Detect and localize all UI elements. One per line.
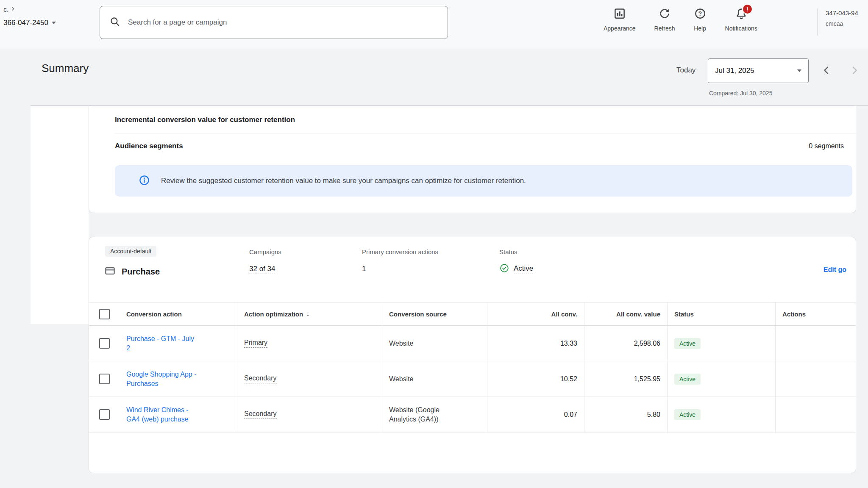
date-picker[interactable]: Jul 31, 2025: [708, 58, 809, 83]
action-optimization-value[interactable]: Secondary: [244, 374, 277, 383]
all-conv-value: 0.07: [487, 397, 584, 433]
user-email: cmcaa: [826, 20, 858, 27]
appearance-icon: [613, 7, 626, 22]
primary-actions-value: 1: [362, 265, 438, 273]
help-label: Help: [694, 25, 706, 32]
customer-retention-card: Incremental conversion value for custome…: [89, 106, 856, 213]
column-header-conversion-action[interactable]: Conversion action: [120, 302, 237, 326]
appearance-button[interactable]: Appearance: [604, 7, 636, 32]
column-header-actions[interactable]: Actions: [776, 302, 856, 326]
status-badge: Active: [674, 374, 701, 385]
sort-descending-icon: ↓: [306, 310, 309, 318]
column-header-all-conv[interactable]: All conv.: [487, 302, 584, 326]
status-badge: Active: [674, 409, 701, 420]
info-banner-text: Review the suggested customer retention …: [161, 177, 526, 185]
account-breadcrumb: c. 366-047-2450: [3, 6, 56, 27]
all-conv-value-amount: 5.80: [584, 397, 668, 433]
table-row: Wind River Chimes - GA4 (web) purchase S…: [89, 397, 856, 433]
account-selector[interactable]: 366-047-2450: [3, 19, 56, 27]
info-banner: Review the suggested customer retention …: [115, 165, 852, 197]
info-icon: [139, 175, 150, 188]
date-value: Jul 31, 2025: [715, 67, 754, 75]
notifications-button[interactable]: ! Notifications: [725, 7, 757, 32]
breadcrumb-label[interactable]: c.: [3, 6, 8, 14]
all-conv-value-amount: 1,525.95: [584, 361, 668, 397]
table-header-row: Conversion action Action optimization↓ C…: [89, 302, 856, 326]
card-divider: [115, 133, 856, 133]
conversion-actions-table: Conversion action Action optimization↓ C…: [89, 302, 856, 433]
goal-name-row: Purchase: [104, 265, 160, 278]
row-actions-cell: [776, 361, 856, 397]
search-icon: [109, 16, 120, 29]
topbar: c. 366-047-2450 Appearance Refresh: [0, 0, 868, 49]
campaigns-summary: Campaigns 32 of 34: [249, 248, 281, 273]
check-circle-icon: [499, 263, 509, 275]
refresh-button[interactable]: Refresh: [654, 7, 675, 32]
next-date-button[interactable]: [849, 64, 860, 78]
edit-goal-link[interactable]: Edit go: [823, 266, 846, 274]
goal-scope-chip: Account-default: [105, 246, 156, 257]
customer-id: 347-043-94: [826, 9, 858, 17]
audience-segments-count: 0 segments: [809, 142, 844, 150]
conversion-source-value: Website: [389, 339, 414, 348]
primary-actions-summary: Primary conversion actions 1: [362, 248, 438, 273]
chevron-right-icon: [10, 6, 16, 14]
row-actions-cell: [776, 397, 856, 433]
audience-segments-label: Audience segments: [115, 142, 183, 150]
row-checkbox[interactable]: [99, 338, 110, 349]
action-optimization-value[interactable]: Primary: [244, 339, 267, 348]
select-all-checkbox[interactable]: [99, 309, 110, 319]
column-header-action-optimization[interactable]: Action optimization↓: [237, 302, 382, 326]
conversion-source-value: Website (Google Analytics (GA4)): [389, 405, 453, 424]
chevron-down-icon: [797, 69, 801, 72]
previous-date-button[interactable]: [821, 64, 832, 78]
table-row: Purchase - GTM - July 2 Primary Website …: [89, 326, 856, 361]
payments-icon: [104, 265, 116, 278]
conversion-source-value: Website: [389, 374, 414, 384]
search-input[interactable]: [127, 18, 441, 27]
campaigns-value[interactable]: 32 of 34: [249, 265, 275, 274]
goal-status-summary: Status Active: [499, 248, 533, 275]
primary-actions-label: Primary conversion actions: [362, 248, 438, 255]
content-left-gutter: [31, 106, 89, 324]
date-range-preset-label: Today: [676, 66, 696, 75]
table-row: Google Shopping App - Purchases Secondar…: [89, 361, 856, 397]
retention-heading: Incremental conversion value for custome…: [115, 116, 295, 124]
goal-status-value[interactable]: Active: [514, 264, 533, 274]
topbar-divider: [817, 8, 818, 36]
chevron-down-icon: [52, 22, 56, 24]
all-conv-value: 13.33: [487, 326, 584, 361]
page-title: Summary: [42, 62, 89, 75]
topbar-actions: Appearance Refresh ? Help ! Notification…: [604, 7, 757, 32]
row-checkbox[interactable]: [99, 409, 110, 420]
goal-status-label: Status: [499, 248, 533, 255]
compared-date-label: Compared: Jul 30, 2025: [709, 90, 772, 97]
goal-name: Purchase: [122, 267, 160, 277]
column-header-status[interactable]: Status: [668, 302, 776, 326]
column-header-conversion-source[interactable]: Conversion source: [382, 302, 487, 326]
account-id-label: 366-047-2450: [3, 19, 48, 27]
help-button[interactable]: ? Help: [694, 7, 707, 32]
search-box[interactable]: [100, 6, 448, 39]
status-badge: Active: [674, 338, 701, 349]
account-info: 347-043-94 cmcaa: [826, 9, 858, 27]
refresh-label: Refresh: [654, 25, 675, 32]
notifications-label: Notifications: [725, 25, 757, 32]
column-header-all-conv-value[interactable]: All conv. value: [584, 302, 668, 326]
conversion-goal-card: Account-default Purchase Campaigns 32 of…: [89, 237, 856, 473]
conversion-action-link[interactable]: Purchase - GTM - July 2: [126, 334, 199, 352]
all-conv-value-amount: 2,598.06: [584, 326, 668, 361]
conversion-action-link[interactable]: Google Shopping App - Purchases: [126, 370, 199, 388]
all-conv-value: 10.52: [487, 361, 584, 397]
appearance-label: Appearance: [604, 25, 636, 32]
row-checkbox[interactable]: [99, 374, 110, 384]
refresh-icon: [658, 7, 671, 22]
notification-badge: !: [742, 4, 753, 14]
svg-text:?: ?: [698, 11, 701, 17]
notifications-icon: !: [735, 7, 748, 22]
help-icon: ?: [694, 7, 707, 22]
row-actions-cell: [776, 326, 856, 361]
conversion-action-link[interactable]: Wind River Chimes - GA4 (web) purchase: [126, 405, 199, 424]
campaigns-label: Campaigns: [249, 248, 281, 255]
action-optimization-value[interactable]: Secondary: [244, 410, 277, 419]
